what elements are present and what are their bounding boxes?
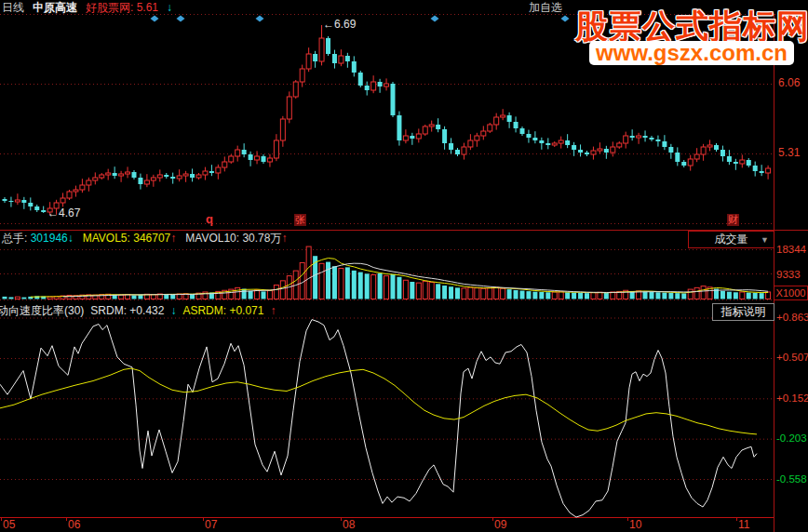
indicator-axis-label: -0.558 xyxy=(776,473,807,485)
month-label: 09 xyxy=(494,519,506,531)
indicator-header: 动向速度比率(30) SRDM: +0.432 ↓ ASRDM: +0.071 … xyxy=(0,304,276,317)
srdm-value: SRDM: +0.432 xyxy=(90,304,164,317)
indicator-title: 动向速度比率(30) xyxy=(0,304,84,317)
site-price-label: 好股票网: 5.61 xyxy=(86,1,158,14)
month-label: 08 xyxy=(343,519,355,531)
srdm-line xyxy=(0,320,757,517)
watermark: 股票公式指标网 www.gszx.com.cn xyxy=(575,8,808,65)
diamond-marker xyxy=(256,16,264,22)
asrdm-arrow: ↑ xyxy=(270,304,276,317)
price-axis-label: 5.31 xyxy=(778,147,800,159)
month-label: 05 xyxy=(3,519,15,531)
low-annotation: ←4.67 xyxy=(47,206,80,219)
marker-cai: 财 xyxy=(727,214,739,226)
price-down-arrow: ↓ xyxy=(167,1,172,14)
asrdm-value: ASRDM: +0.071 xyxy=(182,304,263,317)
chart-canvas[interactable] xyxy=(0,0,808,532)
asrdm-line xyxy=(0,368,757,434)
indicator-axis-label: +0.507 xyxy=(776,352,808,364)
watermark-url-link[interactable]: www.gszx.com.cn xyxy=(589,41,794,65)
indicator-axis-label: +0.863 xyxy=(776,312,808,324)
srdm-arrow: ↓ xyxy=(170,304,176,317)
volume-header: 总手: 301946↓MAVOL5: 346707↑MAVOL10: 30.78… xyxy=(2,232,287,245)
stock-name: 中原高速 xyxy=(33,1,77,14)
chevron-down-icon[interactable]: ▼ xyxy=(761,235,769,245)
mavol10-line xyxy=(63,263,769,297)
watermark-title: 股票公式指标网 xyxy=(575,8,808,43)
marker-zhang: 张 xyxy=(294,214,306,226)
volume-selector-label: 成交量 xyxy=(715,232,748,247)
month-label: 07 xyxy=(205,519,217,531)
diamond-marker xyxy=(431,16,439,22)
volume-header-item: 总手: 301946↓ xyxy=(2,232,74,245)
indicator-axis-label: -0.203 xyxy=(776,432,807,445)
volume-header-item: MAVOL10: 30.78万↑ xyxy=(185,232,287,245)
indicator-help-button[interactable]: 指标说明 xyxy=(712,303,774,321)
volume-type-selector[interactable]: 成交量 ▼ xyxy=(688,231,774,248)
volume-header-item: MAVOL5: 346707↑ xyxy=(83,232,177,245)
diamond-marker xyxy=(561,16,570,22)
marker-q: q xyxy=(206,212,213,226)
volume-unit-box: X1000 xyxy=(774,286,808,300)
month-label: 11 xyxy=(738,519,749,531)
indicator-help-label: 指标说明 xyxy=(721,304,766,320)
price-axis-label: 6.06 xyxy=(778,77,800,89)
menu-item-add-favorite[interactable]: 加自选 xyxy=(529,1,562,14)
stock-chart-window: 日线 中原高速 好股票网: 5.61 ↓ 加自选 股票公式指标网 www.gsz… xyxy=(0,0,808,532)
period-label[interactable]: 日线 xyxy=(2,1,24,14)
diamond-marker xyxy=(177,16,185,22)
month-label: 06 xyxy=(68,519,80,531)
title-bar: 日线 中原高速 好股票网: 5.61 ↓ xyxy=(2,1,172,14)
diamond-marker xyxy=(151,16,159,22)
volume-axis-label: 18344 xyxy=(776,244,806,256)
volume-unit-label: X1000 xyxy=(776,287,806,299)
indicator-axis-label: +0.152 xyxy=(776,392,808,405)
volume-axis-label: 9333 xyxy=(776,269,801,281)
month-label: 10 xyxy=(629,519,641,531)
last-price: 5.61 xyxy=(137,1,158,14)
high-annotation: ←6.69 xyxy=(323,18,356,31)
